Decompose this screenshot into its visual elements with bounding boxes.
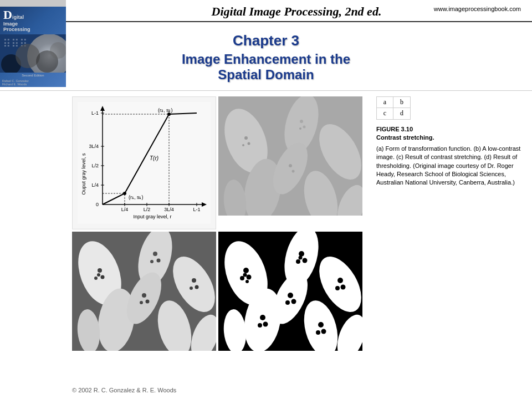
svg-text:L-1: L-1 (91, 110, 99, 116)
svg-point-70 (142, 293, 146, 298)
svg-point-67 (153, 252, 157, 256)
svg-point-1 (16, 44, 40, 68)
svg-point-48 (242, 144, 244, 146)
svg-point-96 (285, 300, 290, 305)
svg-text:L/2: L/2 (91, 163, 99, 168)
svg-point-95 (291, 299, 296, 304)
svg-point-46 (244, 136, 248, 140)
svg-text:Ouput gray level, s: Ouput gray level, s (81, 153, 86, 195)
svg-point-98 (341, 285, 346, 290)
svg-point-74 (195, 285, 199, 289)
main-content: 0 L/4 L/2 3L/4 L-1 L/4 (0, 91, 532, 385)
label-b: b (393, 97, 410, 108)
svg-text:T(r): T(r) (150, 155, 158, 161)
svg-point-103 (318, 322, 324, 328)
svg-text:L/4: L/4 (121, 207, 129, 212)
figure-body: (a) Form of transformation function. (b)… (376, 145, 520, 186)
svg-point-91 (303, 258, 308, 263)
top-image-row: 0 L/4 L/2 3L/4 L-1 L/4 (72, 96, 362, 229)
svg-point-104 (321, 329, 326, 334)
svg-point-93 (299, 256, 303, 260)
svg-point-71 (146, 300, 150, 304)
svg-point-86 (247, 275, 252, 280)
svg-point-85 (243, 268, 249, 273)
svg-point-94 (288, 293, 293, 298)
figure-images: 0 L/4 L/2 3L/4 L-1 L/4 (72, 96, 362, 379)
contrast-stretch-graph: 0 L/4 L/2 3L/4 L-1 L/4 (78, 102, 211, 224)
svg-point-68 (157, 259, 161, 263)
svg-point-51 (299, 127, 301, 130)
svg-text:Input gray level, r: Input gray level, r (133, 214, 171, 219)
label-c: c (377, 108, 393, 119)
figure-id: FIGURE 3.10 Contrast stretching. (376, 125, 521, 142)
svg-point-97 (337, 278, 343, 283)
label-a: a (377, 97, 393, 108)
svg-point-63 (98, 268, 102, 273)
svg-point-75 (190, 287, 193, 290)
svg-point-64 (101, 275, 105, 279)
svg-text:(r₁, s₁): (r₁, s₁) (129, 195, 144, 200)
svg-text:0: 0 (96, 202, 99, 207)
svg-point-102 (258, 323, 262, 328)
svg-point-3 (50, 42, 66, 59)
book-cover-image: ⠿⠿⠿ (0, 34, 66, 73)
svg-point-92 (296, 259, 300, 264)
figure-caption-area: a b c d FIGURE 3.10 Contrast stretching.… (368, 96, 521, 379)
svg-text:L/2: L/2 (144, 207, 151, 212)
image-panel-b (218, 96, 362, 216)
svg-point-66 (97, 273, 100, 277)
copyright-footer: © 2002 R. C. Gonzalez & R. E. Woods (72, 387, 176, 393)
svg-point-53 (292, 170, 295, 173)
copyright-text: © 2002 R. C. Gonzalez & R. E. Woods (72, 387, 176, 393)
image-panel-c (72, 232, 216, 351)
label-d: d (393, 108, 410, 119)
svg-point-101 (263, 322, 268, 327)
bottom-image-row (72, 232, 362, 351)
chapter-title-line2: Spatial Domain (72, 67, 460, 83)
svg-point-105 (316, 330, 320, 335)
svg-text:L/4: L/4 (91, 182, 99, 188)
svg-point-89 (245, 280, 249, 283)
svg-text:3L/4: 3L/4 (89, 144, 99, 149)
svg-point-65 (94, 277, 98, 280)
svg-point-52 (289, 164, 292, 167)
svg-point-90 (299, 251, 304, 257)
svg-point-72 (140, 301, 143, 304)
svg-point-50 (303, 126, 306, 129)
book-cover: Digital Image Processing ⠿⠿⠿ Second Edit… (0, 0, 66, 87)
svg-text:L-1: L-1 (193, 207, 200, 212)
book-cover-title: Digital Image Processing (0, 7, 66, 34)
svg-point-73 (192, 278, 196, 283)
graph-panel-a: 0 L/4 L/2 3L/4 L-1 L/4 (72, 96, 216, 229)
chapter-title-line1: Image Enhancement in the (72, 52, 460, 67)
svg-point-69 (150, 260, 154, 263)
svg-point-49 (300, 120, 303, 123)
svg-text:3L/4: 3L/4 (164, 207, 174, 212)
svg-point-99 (335, 286, 340, 290)
book-cover-edition: Second Edition (21, 73, 45, 78)
svg-point-87 (240, 276, 244, 280)
svg-point-100 (260, 315, 265, 320)
svg-point-47 (248, 142, 250, 145)
website-url: www.imageprocessingbook.com (434, 6, 521, 12)
svg-text:(r₂, s₂): (r₂, s₂) (158, 108, 173, 113)
figure-caption-text: FIGURE 3.10 Contrast stretching. (a) For… (376, 125, 521, 187)
book-cover-stripe (0, 0, 66, 7)
chapter-number: Chapter 3 (72, 32, 460, 49)
chapter-title-block: Chapter 3 Image Enhancement in the Spati… (0, 22, 532, 91)
svg-point-88 (243, 273, 247, 277)
book-cover-authors: Rafael C. GonzalezRichard E. Woods (0, 78, 66, 87)
image-panel-d (218, 232, 362, 351)
page-header: Digital Image Processing, 2nd ed. www.im… (0, 0, 532, 22)
